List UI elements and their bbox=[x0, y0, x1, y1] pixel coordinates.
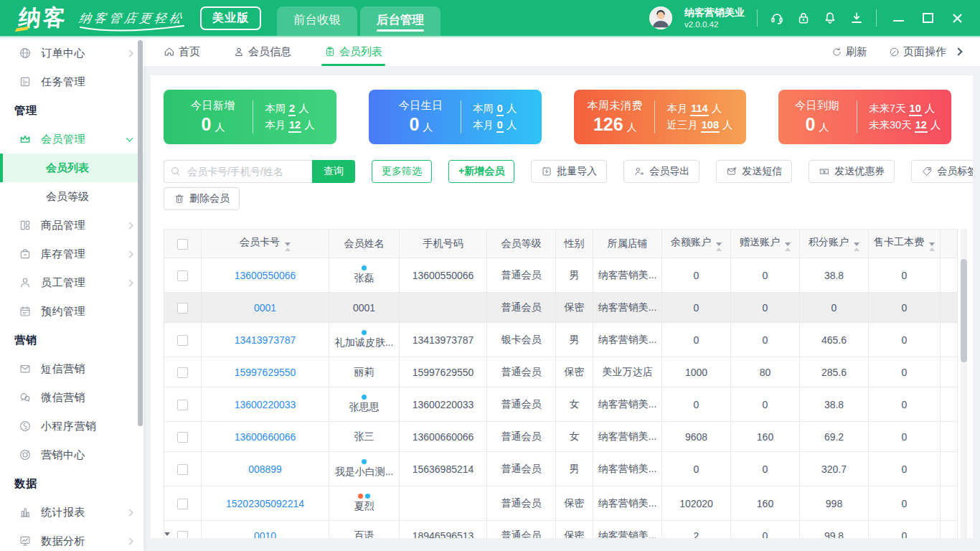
batch-import-button[interactable]: 批量导入 bbox=[531, 160, 607, 183]
row-checkbox[interactable] bbox=[177, 499, 188, 509]
import-icon bbox=[541, 166, 552, 177]
row-checkbox[interactable] bbox=[177, 432, 188, 443]
row-checkbox[interactable] bbox=[177, 303, 188, 314]
chevron-right-icon bbox=[126, 222, 133, 229]
divider bbox=[876, 9, 877, 27]
avatar[interactable] bbox=[649, 6, 672, 29]
miniapp-icon bbox=[19, 420, 32, 433]
sidebar-subitem[interactable]: 会员等级 bbox=[0, 182, 143, 211]
more-filter-button[interactable]: 更多筛选 bbox=[372, 160, 432, 183]
row-checkbox[interactable] bbox=[177, 270, 188, 281]
column-header-balance[interactable]: 余额账户 bbox=[662, 230, 731, 258]
section-text: 管理 bbox=[14, 104, 37, 118]
customer-service-icon[interactable] bbox=[770, 11, 784, 25]
bell-icon[interactable] bbox=[823, 11, 837, 25]
sidebar-item[interactable]: 微信营销 bbox=[0, 383, 143, 412]
refresh-button[interactable]: 刷新 bbox=[831, 45, 867, 59]
lock-icon[interactable] bbox=[796, 11, 811, 25]
tab-member-info[interactable]: 会员信息 bbox=[233, 37, 291, 66]
sidebar-item-label: 商品管理 bbox=[41, 219, 85, 232]
stat-card-summary: 今日生日0人 bbox=[393, 99, 449, 135]
sort-icon[interactable] bbox=[285, 242, 291, 251]
member-card-link[interactable]: 0001 bbox=[254, 302, 276, 314]
sidebar-scrollbar[interactable] bbox=[138, 40, 143, 426]
column-header-points[interactable]: 积分账户 bbox=[800, 230, 869, 258]
tag-dot-blue bbox=[362, 265, 367, 270]
export-member-button[interactable]: 会员导出 bbox=[623, 160, 699, 183]
table-scrollbar[interactable] bbox=[961, 229, 967, 538]
member-card-link[interactable]: 0010 bbox=[254, 530, 276, 539]
button-label: 会员导出 bbox=[649, 165, 689, 178]
stat-card-details: 本周2人本月12人 bbox=[265, 100, 315, 133]
member-card-link[interactable]: 008899 bbox=[248, 463, 282, 475]
tab-home[interactable]: 首页 bbox=[164, 37, 200, 66]
chevron-right-icon bbox=[126, 279, 133, 286]
chevron-right-icon bbox=[954, 47, 962, 55]
sidebar-item[interactable]: 小程序营销 bbox=[0, 412, 143, 441]
column-header-level: 会员等级 bbox=[487, 230, 556, 258]
member-card-link[interactable]: 13413973787 bbox=[235, 334, 296, 346]
sidebar-item[interactable]: 商品管理 bbox=[0, 211, 143, 240]
cell-level: 银卡会员 bbox=[487, 323, 556, 357]
sidebar-item[interactable]: 数据分析 bbox=[0, 527, 143, 551]
sort-icon[interactable] bbox=[854, 242, 859, 251]
column-label: 售卡工本费 bbox=[874, 236, 924, 248]
row-checkbox[interactable] bbox=[177, 367, 188, 378]
member-card-link[interactable]: 15202305092214 bbox=[226, 498, 304, 509]
sort-icon[interactable] bbox=[716, 242, 722, 251]
row-checkbox[interactable] bbox=[177, 400, 188, 410]
maximize-button[interactable] bbox=[923, 13, 933, 23]
scroll-down-arrow[interactable] bbox=[162, 529, 171, 538]
chart-icon bbox=[19, 506, 32, 519]
sidebar-item[interactable]: 预约管理 bbox=[0, 297, 143, 326]
stat-detail-value: 10 bbox=[909, 103, 922, 116]
sidebar-item[interactable]: 营销中心 bbox=[0, 441, 143, 469]
select-all-checkbox[interactable] bbox=[177, 239, 188, 250]
search-input[interactable] bbox=[164, 160, 312, 183]
stat-detail-row: 未来7天10人 bbox=[869, 100, 941, 117]
row-checkbox[interactable] bbox=[177, 464, 188, 475]
logo-accent bbox=[15, 27, 29, 32]
sidebar-item[interactable]: 短信营销 bbox=[0, 354, 143, 383]
stat-card-unit: 人 bbox=[215, 121, 225, 133]
column-header-card[interactable]: 会员卡号 bbox=[202, 230, 329, 258]
sidebar-item[interactable]: 库存管理 bbox=[0, 240, 143, 268]
sidebar-item[interactable]: 统计报表 bbox=[0, 498, 143, 527]
download-icon[interactable] bbox=[849, 11, 864, 25]
calendar-icon bbox=[19, 305, 32, 318]
sort-icon[interactable] bbox=[785, 242, 791, 251]
sidebar-item[interactable]: 员工管理 bbox=[0, 268, 143, 297]
member-card-link[interactable]: 13600220033 bbox=[235, 399, 296, 410]
sidebar-subitem[interactable]: 会员列表 bbox=[0, 154, 143, 182]
row-checkbox[interactable] bbox=[177, 335, 188, 346]
cell-gift: 80 bbox=[731, 357, 800, 387]
page-ops-button[interactable]: 页面操作 bbox=[889, 45, 961, 59]
cell-level: 普通会员 bbox=[487, 452, 556, 486]
scrollbar-thumb[interactable] bbox=[961, 259, 967, 362]
column-header-fee[interactable]: 售卡工本费 bbox=[869, 230, 941, 258]
cell-fee: 0 bbox=[869, 486, 941, 521]
tab-member-list[interactable]: 会员列表 bbox=[324, 37, 382, 66]
send-sms-button[interactable]: 发送短信 bbox=[716, 160, 792, 183]
sidebar-item[interactable]: 任务管理 bbox=[0, 67, 143, 96]
nav-tab-backoffice[interactable]: 后台管理 bbox=[360, 6, 440, 36]
send-coupon-button[interactable]: 发送优惠券 bbox=[809, 160, 895, 183]
sidebar-item-label: 短信营销 bbox=[41, 362, 85, 376]
column-label: 积分账户 bbox=[809, 236, 849, 248]
add-member-button[interactable]: +新增会员 bbox=[448, 160, 514, 183]
search-button[interactable]: 查询 bbox=[312, 160, 355, 183]
sort-icon[interactable] bbox=[929, 242, 935, 251]
delete-member-button[interactable]: 删除会员 bbox=[164, 187, 240, 210]
minimize-button[interactable] bbox=[893, 15, 904, 22]
member-card-link[interactable]: 13600550066 bbox=[235, 270, 296, 281]
member-card-link[interactable]: 15997629550 bbox=[235, 367, 296, 378]
member-name: 我是小白测... bbox=[332, 466, 396, 479]
close-button[interactable] bbox=[952, 13, 963, 24]
row-checkbox[interactable] bbox=[177, 531, 188, 538]
member-card-link[interactable]: 13600660066 bbox=[235, 431, 296, 443]
member-tag-button[interactable]: 会员标签 bbox=[911, 160, 973, 183]
column-header-gift[interactable]: 赠送账户 bbox=[731, 230, 800, 258]
sidebar-item[interactable]: 订单中心 bbox=[0, 39, 143, 67]
sidebar-item[interactable]: 会员管理 bbox=[0, 125, 143, 154]
nav-tab-frontdesk[interactable]: 前台收银 bbox=[277, 6, 357, 36]
